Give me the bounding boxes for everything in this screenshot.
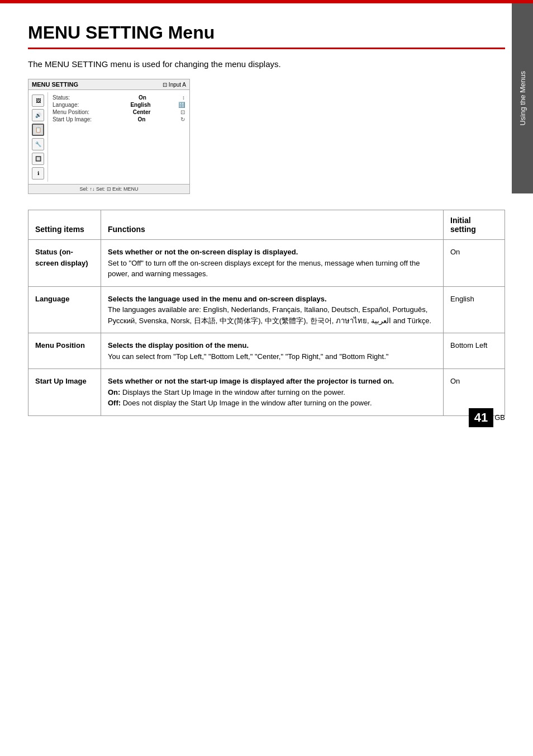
menu-row-startup: Start Up Image: On ↻ bbox=[53, 116, 185, 122]
menu-icon-5: 🔲 bbox=[32, 153, 44, 165]
menu-preview-footer: Sel: ↑↓ Set: ⊡ Exit: MENU bbox=[28, 184, 189, 193]
col-header-functions: Functions bbox=[101, 210, 444, 240]
col-header-setting: Setting items bbox=[28, 210, 101, 240]
page-num-value: 41 bbox=[469, 408, 493, 427]
initial-status: On bbox=[444, 240, 505, 287]
menu-icon-4: 🔧 bbox=[32, 138, 44, 150]
function-startup-title: Sets whether or not the start-up image i… bbox=[108, 377, 394, 385]
page-num-suffix: GB bbox=[494, 413, 505, 422]
menu-icons-col: 🖼 🔊 📋 🔧 🔲 ℹ bbox=[28, 92, 48, 182]
menu-preview: MENU SETTING ⊡ Input A 🖼 🔊 📋 🔧 🔲 ℹ Statu… bbox=[28, 79, 190, 194]
initial-position: Bottom Left bbox=[444, 333, 505, 369]
menu-icon-2: 🔊 bbox=[32, 109, 44, 121]
menu-preview-input: ⊡ Input A bbox=[163, 82, 186, 88]
initial-language: English bbox=[444, 286, 505, 333]
menu-icon-6: ℹ bbox=[32, 167, 44, 179]
function-status-body: Set to "Off" to turn off the on-screen d… bbox=[108, 259, 420, 278]
menu-icon-3: 📋 bbox=[32, 124, 44, 136]
col-header-initial: Initial setting bbox=[444, 210, 505, 240]
function-language-title: Selects the language used in the menu an… bbox=[108, 295, 327, 303]
setting-status: Status (on-screen display) bbox=[28, 240, 101, 287]
intro-text: The MENU SETTING menu is used for changi… bbox=[28, 59, 505, 69]
function-startup-off: Off: Does not display the Start Up Image… bbox=[108, 399, 372, 407]
menu-preview-header: MENU SETTING ⊡ Input A bbox=[28, 79, 189, 90]
menu-row-position: Menu Position: Center ⊡ bbox=[53, 109, 185, 115]
function-position: Selects the display position of the menu… bbox=[101, 333, 444, 369]
function-startup-on: On: Displays the Start Up Image in the w… bbox=[108, 388, 345, 396]
table-row-startup: Start Up Image Sets whether or not the s… bbox=[28, 369, 505, 416]
setting-language: Language bbox=[28, 286, 101, 333]
setting-position: Menu Position bbox=[28, 333, 101, 369]
function-language-body: The languages available are: English, Ne… bbox=[108, 305, 431, 325]
menu-icon-1: 🖼 bbox=[32, 94, 44, 107]
menu-preview-body: 🖼 🔊 📋 🔧 🔲 ℹ Status: On ↕ Language: Engli… bbox=[28, 90, 189, 184]
function-status-title: Sets whether or not the on-screen displa… bbox=[108, 248, 298, 256]
page-title: MENU SETTING Menu bbox=[28, 22, 505, 49]
menu-content-col: Status: On ↕ Language: English 🔠 Menu Po… bbox=[48, 92, 189, 182]
table-row-status: Status (on-screen display) Sets whether … bbox=[28, 240, 505, 287]
menu-row-language: Language: English 🔠 bbox=[53, 102, 185, 108]
menu-row-status: Status: On ↕ bbox=[53, 94, 185, 101]
menu-preview-title: MENU SETTING bbox=[32, 81, 78, 88]
table-row-language: Language Selects the language used in th… bbox=[28, 286, 505, 333]
function-position-title: Selects the display position of the menu… bbox=[108, 341, 249, 349]
settings-table: Setting items Functions Initial setting … bbox=[28, 210, 505, 416]
function-language: Selects the language used in the menu an… bbox=[101, 286, 444, 333]
setting-startup: Start Up Image bbox=[28, 369, 101, 416]
function-status: Sets whether or not the on-screen displa… bbox=[101, 240, 444, 287]
page-number: 41GB bbox=[469, 408, 505, 427]
function-startup: Sets whether or not the start-up image i… bbox=[101, 369, 444, 416]
table-row-position: Menu Position Selects the display positi… bbox=[28, 333, 505, 369]
function-position-body: You can select from "Top Left," "Bottom … bbox=[108, 352, 388, 361]
